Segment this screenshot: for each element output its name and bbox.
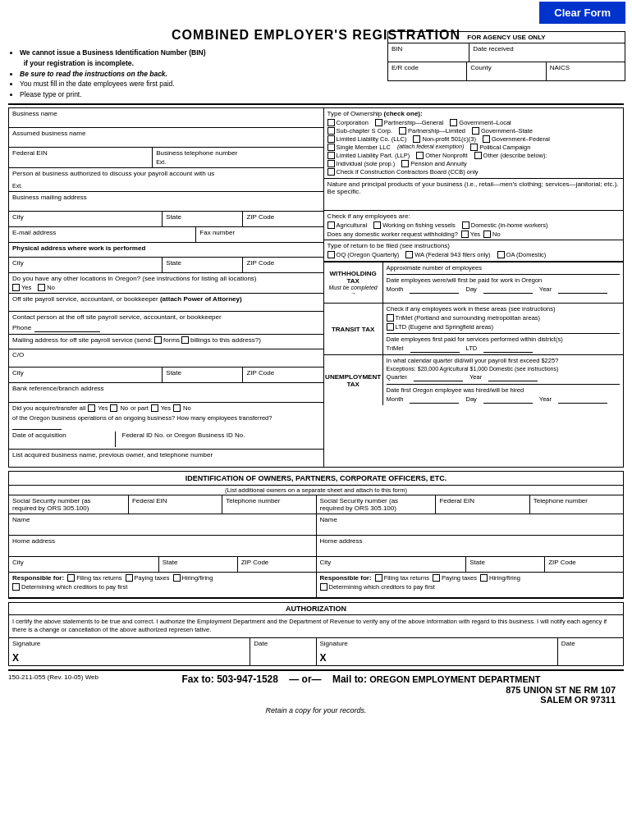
cb-ltd[interactable]: LTD (Eugene and Springfield areas) (387, 323, 620, 331)
id-responsible-right: Responsible for: Filing tax returns Payi… (317, 573, 624, 597)
cb-gov-local[interactable]: Government–Local (450, 119, 511, 126)
id-subtitle: (List additional owners on a separate sh… (9, 486, 623, 495)
id-ein-cell[interactable]: Federal EIN (129, 495, 222, 514)
cb-determining-right[interactable]: Determining which creditors to pay first (320, 583, 435, 591)
billings-checkbox[interactable] (181, 336, 189, 344)
id-state-cell-right[interactable]: State (466, 557, 545, 572)
acquire-yes-cb[interactable] (88, 404, 95, 412)
cb-other-nonprofit[interactable]: Other Nonprofit (416, 152, 467, 160)
cb-individual[interactable]: Individual (sole prop.) (327, 160, 396, 167)
return-type-label: Type of return to be filed (see instruct… (327, 242, 450, 249)
id-phone-cell-right[interactable]: Telephone number (530, 495, 623, 514)
cb-s-corp[interactable]: Sub-chapter S Corp. (327, 127, 392, 135)
cb-determining-left[interactable]: Determining which creditors to pay first (12, 583, 127, 591)
state-cell[interactable]: State (163, 212, 243, 226)
yes-checkbox[interactable] (12, 284, 20, 291)
id-zip-cell-left[interactable]: ZIP Code (238, 557, 316, 572)
id-ein-cell-right[interactable]: Federal EIN (436, 495, 529, 514)
er-code-field[interactable]: E/R code (388, 62, 467, 80)
clear-form-button[interactable]: Clear Form (539, 2, 625, 24)
cb-hiring-right[interactable]: Hiring/firing (480, 574, 520, 582)
part-yes-cb[interactable] (151, 404, 158, 412)
part-yes-label: Yes (161, 404, 171, 412)
fax-cell[interactable]: Fax number (196, 227, 323, 242)
physical-zip-label: ZIP Code (246, 259, 274, 267)
ssn-cell[interactable]: Social Security number (asrequired by OR… (9, 495, 129, 514)
date-received-field[interactable]: Date received (469, 43, 625, 62)
naics-field[interactable]: NAICS (547, 62, 625, 80)
cb-corporation[interactable]: Corporation (327, 119, 369, 126)
cb-single-member-llc[interactable]: Single Member LLC (327, 144, 391, 151)
cb-llp[interactable]: Limited Liability Part. (LLP) (327, 152, 410, 160)
physical-state-cell[interactable]: State (163, 258, 243, 272)
cb-paying-left[interactable]: Paying taxes (126, 574, 170, 582)
signature-right-cell[interactable]: Signature X (317, 638, 558, 665)
co-row: C/O (9, 349, 323, 368)
cb-domestic-no[interactable]: No (483, 231, 501, 238)
email-cell[interactable]: E-mail address (9, 227, 196, 242)
id-phone-label-right: Telephone number (534, 497, 588, 504)
cb-pension[interactable]: Pension and Annuity (401, 160, 466, 167)
no-checkbox-item[interactable]: No (38, 284, 55, 291)
acquire-or-part: or part (131, 404, 149, 412)
bin-field[interactable]: BIN (388, 43, 469, 62)
part-no-cb[interactable] (173, 404, 181, 412)
bank-ref-row: Bank reference/branch address (9, 383, 323, 403)
id-city-cell-right[interactable]: City (317, 557, 467, 572)
id-city-cell-left[interactable]: City (9, 557, 159, 572)
id-state-cell-left[interactable]: State (159, 557, 238, 572)
cb-domestic[interactable]: Domestic (in-home workers) (462, 221, 548, 229)
offsite-city-cell[interactable]: City (9, 368, 163, 382)
physical-city-cell[interactable]: City (9, 258, 163, 272)
cb-filing-left[interactable]: Filing tax returns (67, 574, 121, 582)
cb-gov-state[interactable]: Government–State (472, 127, 533, 135)
date-left-cell[interactable]: Date (250, 638, 316, 665)
zip-cell[interactable]: ZIP Code (243, 212, 323, 226)
business-phone-label: Business telephone number (156, 149, 237, 157)
id-home-address-right[interactable]: Home address (317, 536, 624, 557)
id-phone-cell[interactable]: Telephone number (222, 495, 315, 514)
cb-filing-right[interactable]: Filing tax returns (375, 574, 429, 582)
forms-checkbox[interactable] (154, 336, 162, 344)
cb-partnership-limited[interactable]: Partnership—Limited (399, 127, 465, 135)
cb-oa[interactable]: OA (Domestic) (497, 251, 547, 258)
physical-city-state-zip-row: City State ZIP Code (9, 258, 323, 273)
physical-zip-cell[interactable]: ZIP Code (243, 258, 323, 272)
ssn-cell-right[interactable]: Social Security number (asrequired by OR… (317, 495, 437, 514)
cb-domestic-yes[interactable]: Yes (461, 231, 480, 238)
cb-trimet[interactable]: TriMet (Portland and surrounding metropo… (387, 314, 620, 322)
cb-oq[interactable]: OQ (Oregon Quarterly) (327, 251, 400, 258)
cb-nonprofit[interactable]: Non-profit 501(c)(3) (413, 135, 475, 143)
id-home-address-left[interactable]: Home address (9, 536, 316, 557)
date-right-cell[interactable]: Date (558, 638, 623, 665)
offsite-state-label: State (166, 369, 181, 377)
cb-hiring-left[interactable]: Hiring/firing (173, 574, 213, 582)
cb-political[interactable]: Political Campaign (470, 144, 530, 151)
yes-checkbox-item[interactable]: Yes (12, 284, 31, 291)
er-code-label: E/R code (392, 64, 419, 71)
federal-ein-cell[interactable]: Federal EIN (9, 148, 153, 167)
cb-fishing[interactable]: Working on fishing vessels (373, 221, 456, 229)
cb-paying-right[interactable]: Paying taxes (433, 574, 477, 582)
id-name-right[interactable]: Name (317, 514, 624, 536)
cb-wa[interactable]: WA (Federal 943 filers only) (405, 251, 490, 258)
business-phone-cell[interactable]: Business telephone number Ext. (153, 148, 323, 167)
county-field[interactable]: County (467, 62, 546, 80)
cb-gov-federal[interactable]: Government–Federal (483, 135, 550, 143)
id-zip-cell-right[interactable]: ZIP Code (545, 557, 623, 572)
cb-partnership-general[interactable]: Partnership—General (375, 119, 444, 126)
federal-ein-label: Federal EIN (12, 149, 48, 157)
id-name-left[interactable]: Name (9, 514, 316, 536)
cb-llc[interactable]: Limited Liability Co. (LLC) (327, 135, 407, 143)
offsite-zip-cell[interactable]: ZIP Code (243, 368, 323, 382)
signature-left-cell[interactable]: Signature X (9, 638, 250, 665)
cb-ccb[interactable]: Check if Construction Contractors Board … (327, 168, 479, 176)
mailing-address-row: Business mailing address (9, 192, 323, 212)
offsite-state-cell[interactable]: State (163, 368, 243, 382)
id-city-label-left: City (12, 559, 24, 566)
cb-agricultural[interactable]: Agricultural (327, 221, 368, 229)
no-checkbox[interactable] (38, 284, 45, 291)
person-authorized-row: Person at business authorized to discuss… (9, 168, 323, 192)
city-cell[interactable]: City (9, 212, 163, 226)
acquire-no-cb[interactable] (110, 404, 117, 412)
